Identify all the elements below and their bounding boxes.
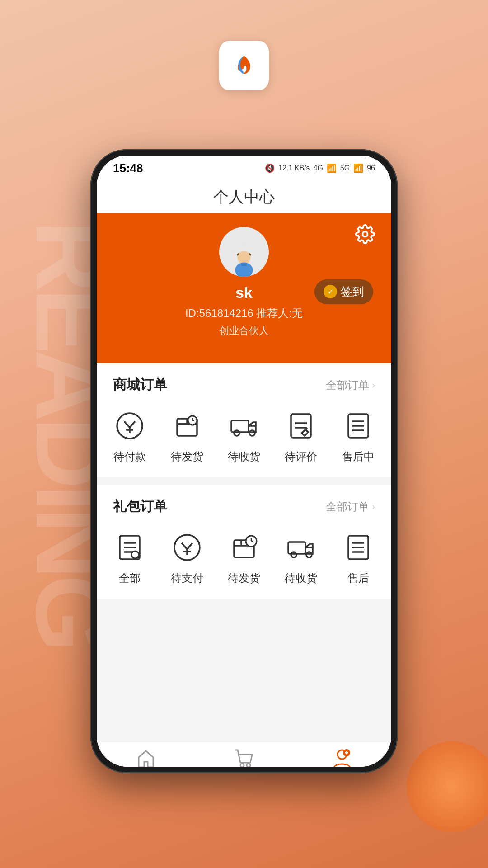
decoration-blob	[407, 741, 488, 832]
page-header: 个人中心	[97, 181, 391, 213]
gift-order-item-2[interactable]: 待发货	[219, 529, 269, 585]
nav-cart[interactable]: 购物车	[208, 748, 280, 767]
svg-point-0	[363, 232, 368, 237]
svg-point-16	[249, 430, 255, 436]
yuan-circle-icon	[112, 408, 148, 444]
gift-order-label-2: 待发货	[228, 571, 260, 585]
box-send-icon	[226, 529, 262, 566]
mall-orders-grid: 待付款	[97, 403, 391, 477]
gift-order-label-0: 全部	[119, 571, 141, 585]
mall-order-label-2: 待收货	[228, 449, 260, 464]
mall-order-label-1: 待发货	[171, 449, 203, 464]
mall-chevron-icon: ›	[372, 380, 375, 390]
person-icon	[331, 748, 353, 767]
svg-point-47	[247, 764, 250, 767]
gift-order-item-4[interactable]: 售后	[333, 529, 383, 585]
edit-icon	[283, 408, 319, 444]
mall-order-item-2[interactable]: 待收货	[219, 408, 269, 464]
gift-chevron-icon: ›	[372, 501, 375, 512]
mall-order-item-1[interactable]: 待发货	[162, 408, 212, 464]
content-area: 商城订单 全部订单 ›	[97, 363, 391, 742]
mall-orders-title: 商城订单	[113, 376, 167, 394]
signal-5g-icon: 5G	[340, 164, 350, 172]
status-time: 15:48	[113, 161, 143, 175]
yuan-circle-2-icon	[169, 529, 205, 566]
truck-icon	[226, 408, 262, 444]
mall-order-label-0: 待付款	[113, 449, 146, 464]
nav-mine[interactable]: 我的	[306, 748, 378, 767]
svg-point-6	[117, 413, 142, 439]
status-icons: 🔇 12.1 KB/s 4G 📶 5G 📶 96	[265, 163, 375, 173]
mute-icon: 🔇	[265, 163, 275, 173]
username: sk	[235, 284, 253, 302]
svg-rect-14	[231, 420, 249, 432]
mall-order-item-4[interactable]: 售后中	[333, 408, 383, 464]
svg-point-28	[131, 551, 139, 558]
network-speed: 12.1 KB/s	[278, 164, 310, 172]
bottom-nav: 首页 购物车	[97, 742, 391, 767]
truck-small-icon	[283, 529, 319, 566]
cart-icon	[233, 748, 255, 767]
gift-order-item-0[interactable]: 全部	[105, 529, 155, 585]
gift-orders-view-all[interactable]: 全部订单 ›	[326, 500, 375, 514]
page-title: 个人中心	[213, 187, 275, 208]
gift-orders-header: 礼包订单 全部订单 ›	[97, 485, 391, 525]
avatar[interactable]	[219, 227, 269, 277]
gift-orders-title: 礼包订单	[113, 497, 167, 516]
svg-point-30	[174, 535, 200, 560]
svg-point-46	[240, 764, 244, 767]
mall-order-label-3: 待评价	[285, 449, 317, 464]
svg-rect-39	[288, 542, 305, 554]
gift-orders-grid: 全部 待支付	[97, 525, 391, 599]
settings-button[interactable]	[355, 224, 375, 244]
gift-order-label-1: 待支付	[171, 571, 203, 585]
mall-order-label-4: 售后中	[342, 449, 375, 464]
svg-point-41	[306, 552, 312, 557]
list-search-icon	[112, 529, 148, 566]
checkin-label: 签到	[341, 284, 364, 300]
gift-orders-section: 礼包订单 全部订单 ›	[97, 485, 391, 599]
mall-orders-section: 商城订单 全部订单 ›	[97, 363, 391, 477]
profile-section: sk ID:561814216 推荐人:无 创业合伙人 ✓ 签到	[97, 213, 391, 363]
home-icon	[135, 748, 157, 767]
checkin-button[interactable]: ✓ 签到	[314, 279, 373, 304]
gift-view-all-label: 全部订单	[326, 500, 369, 514]
svg-point-3	[238, 251, 251, 264]
svg-rect-5	[241, 264, 247, 266]
user-role: 创业合伙人	[219, 324, 269, 338]
mall-orders-view-all[interactable]: 全部订单 ›	[326, 378, 375, 392]
battery-icon: 96	[367, 164, 375, 172]
user-id-info: ID:561814216 推荐人:无	[185, 306, 303, 321]
gift-order-label-3: 待收货	[285, 571, 317, 585]
box-clock-icon	[169, 408, 205, 444]
svg-point-40	[291, 552, 296, 557]
gift-order-item-3[interactable]: 待收货	[276, 529, 326, 585]
mall-view-all-label: 全部订单	[326, 378, 369, 392]
mall-order-item-0[interactable]: 待付款	[105, 408, 155, 464]
status-bar: 15:48 🔇 12.1 KB/s 4G 📶 5G 📶 96	[97, 156, 391, 181]
phone-frame: 15:48 🔇 12.1 KB/s 4G 📶 5G 📶 96 个人中心	[90, 149, 398, 773]
content-spacer	[97, 606, 391, 742]
nav-home[interactable]: 首页	[110, 748, 182, 767]
mall-order-item-3[interactable]: 待评价	[276, 408, 326, 464]
list-icon	[340, 408, 376, 444]
svg-point-15	[234, 430, 239, 436]
checkin-check-icon: ✓	[324, 285, 337, 298]
mall-orders-header: 商城订单 全部订单 ›	[97, 363, 391, 403]
signal-bars-icon: 📶	[327, 163, 337, 173]
signal-4g-icon: 4G	[314, 164, 323, 172]
gift-order-item-1[interactable]: 待支付	[162, 529, 212, 585]
list-plain-icon	[340, 529, 376, 566]
gift-order-label-4: 售后	[347, 571, 369, 585]
app-icon	[219, 41, 269, 90]
svg-rect-17	[291, 414, 311, 438]
wifi-icon: 📶	[353, 163, 363, 173]
phone-screen: 15:48 🔇 12.1 KB/s 4G 📶 5G 📶 96 个人中心	[97, 156, 391, 767]
